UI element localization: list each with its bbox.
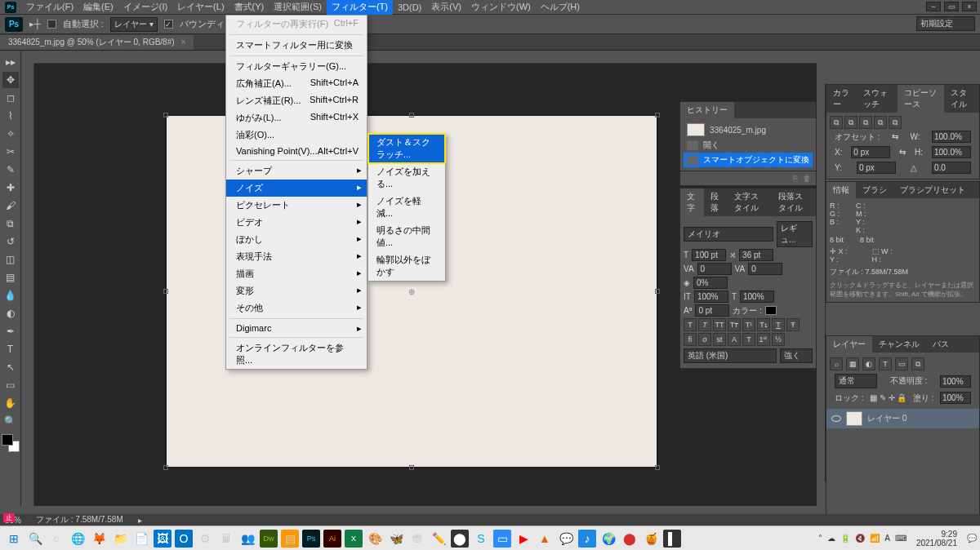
layers-tab[interactable]: レイヤー <box>826 336 872 353</box>
charstyle-tab[interactable]: 文字スタイル <box>728 189 772 216</box>
color-tab[interactable]: カラー <box>826 85 857 113</box>
illustrator-icon[interactable]: Ai <box>323 530 341 548</box>
swatch-tab[interactable]: スウォッチ <box>857 85 898 113</box>
pen-icon[interactable]: ✏️ <box>430 530 448 548</box>
excel-icon[interactable]: X <box>345 530 363 548</box>
tray-chevron-icon[interactable]: ˄ <box>818 534 822 543</box>
filter-type[interactable]: T <box>879 357 892 370</box>
menu-filter-noise[interactable]: ノイズ▸ <box>226 180 367 197</box>
calc-icon[interactable]: 🖩 <box>217 530 235 548</box>
auto-select-checkbox[interactable] <box>47 20 56 29</box>
menu-filter-video[interactable]: ビデオ▸ <box>226 214 367 231</box>
terminal-icon[interactable]: ▌ <box>663 530 681 548</box>
layer-filter[interactable]: ⌕ <box>830 357 843 370</box>
db-icon[interactable]: ⛃ <box>408 530 426 548</box>
brushpreset-tab[interactable]: ブラシプリセット <box>893 182 972 198</box>
heal-tool[interactable]: ✚ <box>2 180 19 196</box>
menu-filter-oil[interactable]: 油彩(O)... <box>226 126 367 144</box>
parastyle-tab[interactable]: 段落スタイル <box>772 189 816 216</box>
menu-filter-pixelate[interactable]: ピクセレート▸ <box>226 197 367 214</box>
history-step-open[interactable]: 開く <box>684 138 813 153</box>
noise-dust-scratches[interactable]: ダスト＆スクラッチ... <box>368 134 445 163</box>
super-btn[interactable]: T¹ <box>742 318 755 331</box>
hscale[interactable] <box>740 291 774 303</box>
zoom-tool[interactable]: 🔍 <box>2 413 19 429</box>
filter-adj[interactable]: ◐ <box>862 357 875 370</box>
shape-tool[interactable]: ▭ <box>2 377 19 393</box>
transform-handle[interactable] <box>163 289 168 294</box>
menu-layer[interactable]: レイヤー(L) <box>172 0 229 15</box>
filter-img[interactable]: ▦ <box>846 357 859 370</box>
menu-filter-render[interactable]: 表現手法▸ <box>226 248 367 265</box>
skype-icon[interactable]: S <box>472 530 490 548</box>
copysource-tab[interactable]: コピーソース <box>898 85 944 113</box>
menu-filter-other[interactable]: その他▸ <box>226 299 367 317</box>
maximize-button[interactable]: ▭ <box>944 2 959 11</box>
crop-tool[interactable]: ✂ <box>2 144 19 160</box>
taskbar-clock[interactable]: 9:292021/08/21 <box>911 530 962 548</box>
firefox-icon[interactable]: 🦊 <box>90 530 108 548</box>
globe-icon[interactable]: 🌍 <box>599 530 617 548</box>
menu-select[interactable]: 選択範囲(S) <box>269 0 327 15</box>
info-tab[interactable]: 情報 <box>826 182 856 198</box>
underline-btn[interactable]: T <box>772 318 785 331</box>
font-style[interactable]: レギュ... <box>777 221 813 247</box>
eyedropper-tool[interactable]: ✎ <box>2 162 19 178</box>
butterfly-icon[interactable]: 🦋 <box>387 530 405 548</box>
transform-handle[interactable] <box>163 465 168 470</box>
layer-row[interactable]: レイヤー 0 <box>826 409 979 428</box>
menu-filter-blur[interactable]: ぼかし▸ <box>226 231 367 248</box>
transform-handle[interactable] <box>655 465 660 470</box>
filter-shape[interactable]: ▭ <box>895 357 908 370</box>
noise-reduce[interactable]: ノイズを軽減... <box>368 193 445 222</box>
ot-T1[interactable]: T <box>742 333 755 346</box>
menu-help[interactable]: ヘルプ(H) <box>536 0 585 15</box>
menu-filter-lens[interactable]: レンズ補正(R)...Shift+Ctrl+R <box>226 92 367 109</box>
cs-angle[interactable] <box>932 162 971 174</box>
noise-add[interactable]: ノイズを加える... <box>368 163 445 193</box>
dw-icon[interactable]: Dw <box>260 530 278 548</box>
font-family[interactable]: メイリオ <box>684 227 773 242</box>
dodge-tool[interactable]: ◐ <box>2 305 19 322</box>
ot-A[interactable]: A <box>728 333 741 346</box>
explorer-icon[interactable]: 📁 <box>111 530 129 548</box>
styles-tab[interactable]: スタイル <box>944 85 979 113</box>
cs-w[interactable] <box>932 131 971 143</box>
menu-3d[interactable]: 3D(D) <box>393 1 426 14</box>
tray-wifi-icon[interactable]: 📶 <box>870 534 880 543</box>
history-tab[interactable]: ヒストリー <box>680 102 734 118</box>
src4[interactable]: ⧉ <box>874 116 887 129</box>
cs-y[interactable] <box>857 162 896 174</box>
auto-select-target[interactable]: レイヤー ▾ <box>110 17 158 32</box>
vscale[interactable] <box>694 291 728 303</box>
transform-handle[interactable] <box>655 289 660 294</box>
menu-filter-distort[interactable]: 変形▸ <box>226 282 367 299</box>
history-step-smartobj[interactable]: スマートオブジェクトに変換 <box>684 153 813 167</box>
lang-select[interactable]: 英語 (米国) <box>684 348 777 363</box>
aa-select[interactable]: 強く <box>780 348 813 363</box>
menu-filter-smart[interactable]: スマートフィルター用に変換 <box>226 37 367 54</box>
leading[interactable] <box>739 249 773 261</box>
ot-st[interactable]: σ <box>698 333 711 346</box>
menu-filter-reapply[interactable]: フィルターの再実行(F)Ctrl+F <box>226 16 367 33</box>
close-tab-icon[interactable]: × <box>181 38 186 47</box>
noise-median[interactable]: 明るさの中間値... <box>368 222 445 251</box>
minimize-button[interactable]: – <box>926 2 941 11</box>
channels-tab[interactable]: チャンネル <box>872 336 926 353</box>
photoshop-icon[interactable]: Ps <box>302 530 320 548</box>
layer-name[interactable]: レイヤー 0 <box>867 413 906 424</box>
para-tab[interactable]: 段落 <box>704 189 728 216</box>
blend-mode[interactable]: 通常 <box>835 374 877 388</box>
ot-ad[interactable]: st <box>713 333 726 346</box>
menu-filter-digimarc[interactable]: Digimarc▸ <box>226 321 367 335</box>
discord-icon[interactable]: 💬 <box>557 530 575 548</box>
tray-volume-icon[interactable]: 🔇 <box>855 534 865 543</box>
menu-filter-liquify[interactable]: ゆがみ(L)...Shift+Ctrl+X <box>226 109 367 126</box>
sublime-icon[interactable]: ▤ <box>281 530 299 548</box>
yt-icon[interactable]: ▶ <box>514 530 532 548</box>
path-tool[interactable]: ↖ <box>2 359 19 375</box>
tray-notifications-icon[interactable]: 💬 <box>967 534 977 543</box>
cs-x[interactable] <box>851 146 890 158</box>
char-tab[interactable]: 文字 <box>680 189 704 216</box>
settings-icon[interactable]: ⚙ <box>196 530 214 548</box>
